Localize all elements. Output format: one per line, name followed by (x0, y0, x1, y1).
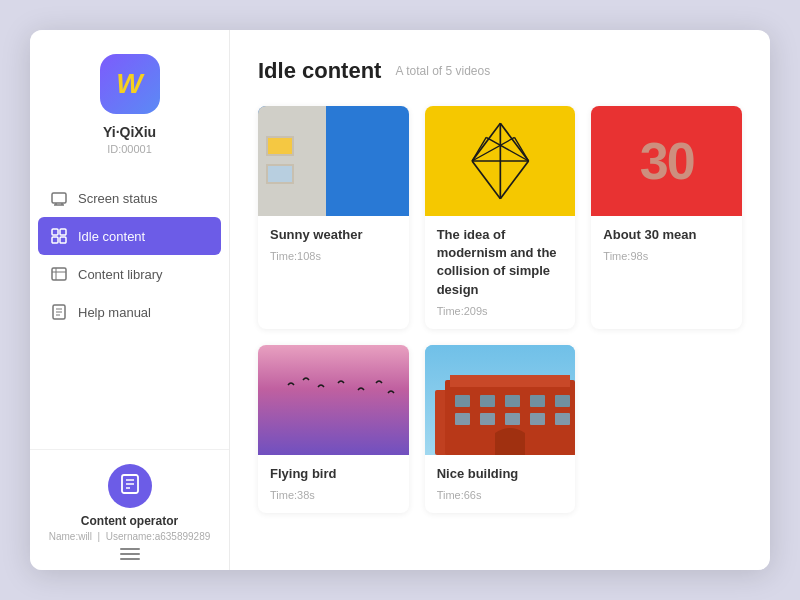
video-time-3: Time:98s (603, 250, 730, 262)
geo-svg (425, 106, 576, 216)
video-info-5: Nice building Time:66s (425, 455, 576, 513)
menu-line-1 (120, 548, 140, 550)
sidebar-item-label: Content library (78, 267, 163, 282)
svg-rect-34 (480, 395, 495, 407)
sidebar-item-idle-content[interactable]: Idle content (38, 217, 221, 255)
video-title-2: The idea of modernism and the collision … (437, 226, 564, 299)
svg-rect-7 (60, 237, 66, 243)
svg-rect-41 (530, 413, 545, 425)
svg-line-21 (472, 161, 500, 199)
svg-rect-33 (455, 395, 470, 407)
svg-rect-4 (52, 229, 58, 235)
thumbnail-sunny (258, 106, 409, 216)
video-time-2: Time:209s (437, 305, 564, 317)
thumbnail-modernism (425, 106, 576, 216)
video-card-5[interactable]: Nice building Time:66s (425, 345, 576, 513)
window-2 (266, 164, 294, 184)
building-section (258, 106, 326, 216)
thumbnail-building (425, 345, 576, 455)
avatar-letter: W (116, 68, 142, 100)
svg-rect-40 (505, 413, 520, 425)
video-title-3: About 30 mean (603, 226, 730, 244)
svg-rect-36 (530, 395, 545, 407)
content-library-icon (50, 265, 68, 283)
sidebar-item-label: Idle content (78, 229, 145, 244)
app-window: W Yi·QiXiu ID:00001 Screen status (30, 30, 770, 570)
video-time-4: Time:38s (270, 489, 397, 501)
svg-rect-5 (60, 229, 66, 235)
sidebar-item-help-manual[interactable]: Help manual (30, 293, 229, 331)
video-card-3[interactable]: 30 About 30 mean Time:98s (591, 106, 742, 329)
operator-info: Name:will | Username:a635899289 (49, 531, 211, 542)
svg-rect-32 (450, 375, 570, 387)
sidebar: W Yi·QiXiu ID:00001 Screen status (30, 30, 230, 570)
video-info-4: Flying bird Time:38s (258, 455, 409, 513)
operator-icon-glyph (119, 473, 141, 500)
video-card-1[interactable]: Sunny weather Time:108s (258, 106, 409, 329)
video-card-2[interactable]: The idea of modernism and the collision … (425, 106, 576, 329)
user-name: Yi·QiXiu (103, 124, 156, 140)
page-subtitle: A total of 5 videos (395, 64, 490, 78)
video-title-4: Flying bird (270, 465, 397, 483)
hamburger-menu[interactable] (120, 548, 140, 560)
operator-icon (108, 464, 152, 508)
video-info-1: Sunny weather Time:108s (258, 216, 409, 274)
svg-rect-38 (455, 413, 470, 425)
number-display: 30 (640, 131, 694, 191)
video-time-5: Time:66s (437, 489, 564, 501)
main-content: Idle content A total of 5 videos Sunny w… (230, 30, 770, 570)
sidebar-item-label: Screen status (78, 191, 158, 206)
menu-line-3 (120, 558, 140, 560)
video-title-5: Nice building (437, 465, 564, 483)
operator-name: Name:will (49, 531, 92, 542)
idle-content-icon (50, 227, 68, 245)
svg-rect-39 (480, 413, 495, 425)
video-title-1: Sunny weather (270, 226, 397, 244)
birds-svg (258, 345, 409, 455)
svg-rect-35 (505, 395, 520, 407)
page-header: Idle content A total of 5 videos (258, 58, 742, 84)
video-card-4[interactable]: Flying bird Time:38s (258, 345, 409, 513)
video-time-1: Time:108s (270, 250, 397, 262)
video-grid: Sunny weather Time:108s (258, 106, 742, 513)
video-info-3: About 30 mean Time:98s (591, 216, 742, 274)
sidebar-item-screen-status[interactable]: Screen status (30, 179, 229, 217)
svg-rect-8 (52, 268, 66, 280)
thumbnail-thirty: 30 (591, 106, 742, 216)
operator-label: Content operator (81, 514, 178, 528)
sidebar-bottom: Content operator Name:will | Username:a6… (30, 449, 229, 570)
building-svg (425, 345, 576, 455)
svg-rect-37 (555, 395, 570, 407)
window-1 (266, 136, 294, 156)
svg-rect-6 (52, 237, 58, 243)
nav-menu: Screen status Idle content (30, 179, 229, 331)
sidebar-item-label: Help manual (78, 305, 151, 320)
menu-line-2 (120, 553, 140, 555)
operator-username: Username:a635899289 (106, 531, 211, 542)
sidebar-item-content-library[interactable]: Content library (30, 255, 229, 293)
svg-rect-42 (555, 413, 570, 425)
svg-line-22 (500, 161, 528, 199)
thumbnail-bird (258, 345, 409, 455)
avatar: W (100, 54, 160, 114)
video-info-2: The idea of modernism and the collision … (425, 216, 576, 329)
help-manual-icon (50, 303, 68, 321)
svg-rect-0 (52, 193, 66, 203)
user-id: ID:00001 (107, 143, 152, 155)
screen-status-icon (50, 189, 68, 207)
page-title: Idle content (258, 58, 381, 84)
